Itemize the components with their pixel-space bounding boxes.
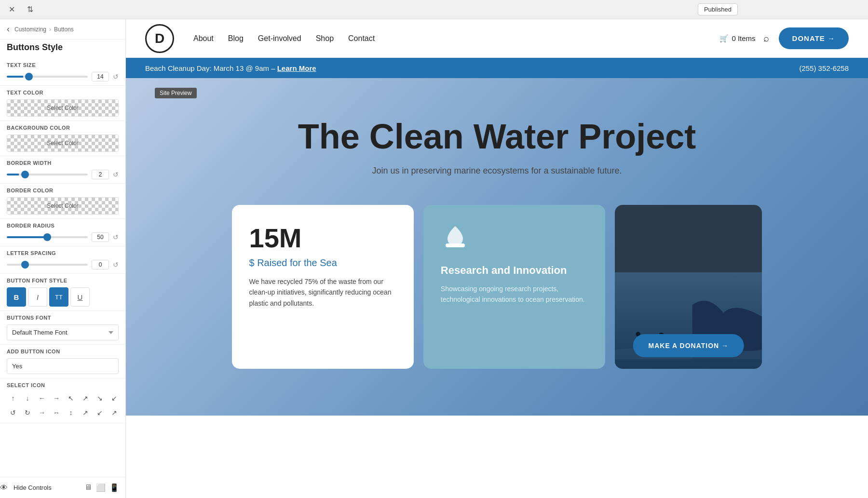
donate-button[interactable]: DONATE → xyxy=(779,27,849,49)
border-radius-label: BORDER RADIUS xyxy=(7,223,119,229)
bg-color-section: BACKGROUND COLOR Select Color xyxy=(0,121,125,156)
icon-right[interactable]: → xyxy=(50,392,63,404)
customizer-panel: ‹ Customizing › Buttons Buttons Style TE… xyxy=(0,19,126,498)
hero-subtitle: Join us in preserving marine ecosystems … xyxy=(372,166,622,176)
border-radius-slider[interactable] xyxy=(7,236,88,238)
nav-about[interactable]: About xyxy=(193,34,214,43)
letter-spacing-label: LETTER SPACING xyxy=(7,250,119,256)
buttons-font-section: BUTTONS FONT Default Theme Font xyxy=(0,311,125,345)
buttons-font-label: BUTTONS FONT xyxy=(7,315,119,321)
icon-up[interactable]: ↑ xyxy=(7,392,19,404)
letter-spacing-reset[interactable]: ↺ xyxy=(113,261,119,269)
announcement-phone: (255) 352-6258 xyxy=(799,64,849,72)
tt-button[interactable]: TT xyxy=(49,287,68,307)
hero-section: Site Preview The Clean Water Project Joi… xyxy=(126,78,868,416)
icon-curve-left[interactable]: ↺ xyxy=(7,406,19,419)
icon-grid: ↑ ↓ ← → ↖ ↗ ↘ ↙ ↺ ↻ → ↔ ↕ ↗ ↙ ↗ xyxy=(7,392,119,419)
back-button[interactable]: ‹ xyxy=(7,24,10,34)
icon-ne2[interactable]: ↗ xyxy=(108,406,121,419)
text-color-label: TEXT COLOR xyxy=(7,90,119,95)
card-image: MAKE A DONATION → xyxy=(615,205,762,369)
text-size-slider[interactable] xyxy=(7,76,88,78)
icon-arrow-right2[interactable]: → xyxy=(36,406,48,419)
select-icon-label: SELECT ICON xyxy=(7,382,119,388)
device-icons: 🖥 ⬜ 📱 xyxy=(84,483,126,492)
hero-title: The Clean Water Project xyxy=(298,117,696,156)
border-color-label: BORDER COLOR xyxy=(7,188,119,193)
icon-leftright[interactable]: ↔ xyxy=(50,406,63,419)
icon-sw[interactable]: ↙ xyxy=(94,406,106,419)
swap-button[interactable]: ⇅ xyxy=(23,3,37,16)
font-style-section: BUTTON FONT STYLE B I TT U xyxy=(0,274,125,311)
card-title: Research and Innovation xyxy=(441,264,588,277)
border-width-section: BORDER WIDTH 2 ↺ xyxy=(0,156,125,184)
border-width-slider[interactable] xyxy=(7,174,88,175)
search-icon[interactable]: ⌕ xyxy=(763,33,769,44)
nav-get-involved[interactable]: Get-involved xyxy=(258,34,301,43)
letter-spacing-slider[interactable] xyxy=(7,264,88,266)
text-size-section: TEXT SIZE 14 ↺ xyxy=(0,58,125,86)
border-width-input[interactable]: 2 xyxy=(92,170,109,179)
border-color-section: BORDER COLOR Select Color xyxy=(0,184,125,219)
border-width-reset[interactable]: ↺ xyxy=(113,171,119,178)
mobile-icon[interactable]: 📱 xyxy=(109,483,119,492)
letter-spacing-section: LETTER SPACING 0 ↺ xyxy=(0,246,125,274)
site-nav: D About Blog Get-involved Shop Contact 🛒… xyxy=(126,19,868,58)
text-size-label: TEXT SIZE xyxy=(7,62,119,68)
cart-icon: 🛒 xyxy=(719,34,729,43)
letter-spacing-input[interactable]: 0 xyxy=(92,260,109,269)
panel-title: Buttons Style xyxy=(0,40,125,58)
border-color-swatch[interactable]: Select Color xyxy=(7,197,119,215)
icon-ne[interactable]: ↗ xyxy=(79,406,92,419)
icon-upleft[interactable]: ↖ xyxy=(65,392,77,404)
desktop-icon[interactable]: 🖥 xyxy=(84,483,92,492)
buttons-font-select[interactable]: Default Theme Font xyxy=(7,324,119,340)
add-icon-section: ADD BUTTON ICON Yes xyxy=(0,345,125,378)
border-radius-reset[interactable]: ↺ xyxy=(113,233,119,241)
underline-button[interactable]: U xyxy=(70,287,90,307)
nav-shop[interactable]: Shop xyxy=(316,34,334,43)
breadcrumb-current: Buttons xyxy=(54,26,74,33)
nav-blog[interactable]: Blog xyxy=(228,34,244,43)
make-donation-button[interactable]: MAKE A DONATION → xyxy=(633,334,745,357)
water-icon xyxy=(441,222,588,256)
font-style-label: BUTTON FONT STYLE xyxy=(7,278,119,283)
nav-links: About Blog Get-involved Shop Contact xyxy=(193,34,719,43)
cards-row: 15M $ Raised for the Sea We have recycle… xyxy=(232,205,762,369)
learn-more-link[interactable]: Learn More xyxy=(277,64,316,72)
site-preview-label: Site Preview xyxy=(155,88,197,98)
add-icon-label: ADD BUTTON ICON xyxy=(7,349,119,354)
icon-downleft[interactable]: ↙ xyxy=(108,392,121,404)
italic-button[interactable]: I xyxy=(28,287,47,307)
breadcrumb-arrow: › xyxy=(49,26,51,33)
bold-button[interactable]: B xyxy=(7,287,26,307)
announcement-bar: Beach Cleanup Day: March 13 @ 9am – Lear… xyxy=(126,58,868,78)
svg-rect-0 xyxy=(446,243,465,247)
close-button[interactable]: ✕ xyxy=(5,3,18,16)
icon-curve-right[interactable]: ↻ xyxy=(21,406,34,419)
icon-down[interactable]: ↓ xyxy=(21,392,34,404)
announcement-text: Beach Cleanup Day: March 13 @ 9am – Lear… xyxy=(145,64,316,72)
text-size-input[interactable]: 14 xyxy=(92,72,109,81)
text-color-swatch[interactable]: Select Color xyxy=(7,99,119,117)
top-bar: ✕ ⇅ Published xyxy=(0,0,868,19)
published-badge: Published xyxy=(698,3,738,15)
icon-left[interactable]: ← xyxy=(36,392,48,404)
tablet-icon[interactable]: ⬜ xyxy=(96,483,106,492)
icon-updown[interactable]: ↕ xyxy=(65,406,77,419)
border-radius-input[interactable]: 50 xyxy=(92,232,109,242)
bg-color-swatch[interactable]: Select Color xyxy=(7,135,119,152)
nav-contact[interactable]: Contact xyxy=(348,34,375,43)
add-icon-toggle[interactable]: Yes xyxy=(7,358,119,374)
icon-downright[interactable]: ↘ xyxy=(94,392,106,404)
breadcrumb: ‹ Customizing › Buttons xyxy=(0,19,125,40)
text-size-reset[interactable]: ↺ xyxy=(113,73,119,81)
icon-upright[interactable]: ↗ xyxy=(79,392,92,404)
breadcrumb-parent: Customizing xyxy=(14,26,46,33)
card-body2: Showcasing ongoing research projects, te… xyxy=(441,283,588,305)
bg-color-label: BACKGROUND COLOR xyxy=(7,125,119,131)
border-radius-section: BORDER RADIUS 50 ↺ xyxy=(0,219,125,246)
hide-controls-label[interactable]: Hide Controls xyxy=(14,484,52,491)
eye-icon: 👁 xyxy=(0,484,8,492)
cart-area[interactable]: 🛒 0 Items xyxy=(719,34,755,43)
